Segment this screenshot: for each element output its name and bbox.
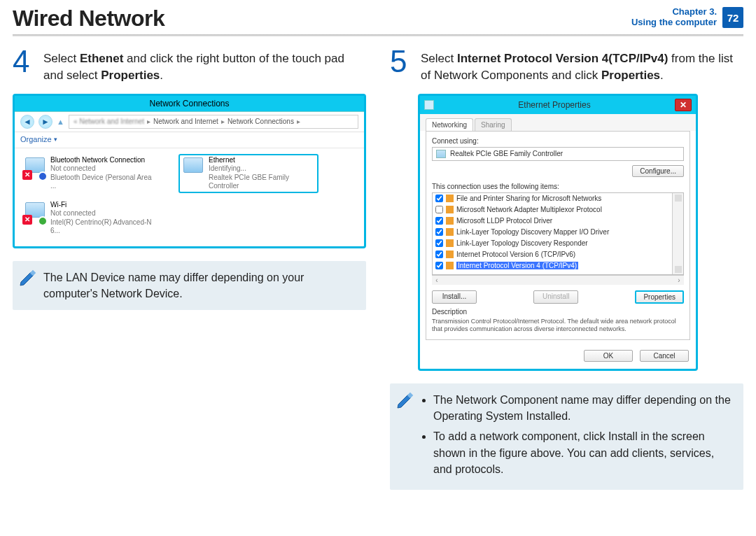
scroll-right-icon[interactable]: ›	[674, 276, 684, 284]
tab-networking[interactable]: Networking	[426, 118, 473, 131]
component-row[interactable]: Microsoft LLDP Protocol Driver	[433, 216, 672, 227]
connection-device: Bluetooth Device (Personal Area ...	[50, 174, 158, 191]
organize-menu[interactable]: Organize	[20, 135, 57, 143]
up-icon[interactable]: ▲	[57, 118, 64, 126]
scroll-left-icon[interactable]: ‹	[432, 276, 442, 284]
note-right-bullet-1: The Network Component name may differ de…	[433, 392, 734, 424]
ep-tabs: Networking Sharing	[420, 114, 696, 131]
crumb-2[interactable]: Network and Internet	[153, 118, 218, 125]
components-listbox[interactable]: File and Printer Sharing for Microsoft N…	[432, 192, 684, 275]
note-icon	[396, 390, 415, 410]
component-label: Microsoft LLDP Protocol Driver	[456, 217, 552, 225]
connection-icon	[181, 156, 204, 180]
step-4-number: 4	[13, 48, 36, 84]
network-connections-window: Network Connections ◄ ► ▲ « Network and …	[13, 94, 366, 248]
connection-item[interactable]: ✕Bluetooth Network ConnectionNot connect…	[20, 154, 160, 193]
crumb-blurred: « Network and Internet	[74, 118, 144, 125]
ep-app-icon	[424, 100, 434, 110]
step-5-number: 5	[390, 48, 414, 84]
connection-name: Wi-Fi	[50, 201, 158, 210]
adapter-name: Realtek PCIe GBE Family Controller	[450, 150, 563, 157]
component-icon	[446, 195, 454, 202]
component-row[interactable]: Internet Protocol Version 6 (TCP/IPv6)	[433, 249, 672, 260]
note-left: The LAN Device name may differ depending…	[13, 261, 366, 310]
connection-icon: ✕	[22, 201, 46, 225]
cancel-button[interactable]: Cancel	[640, 350, 689, 362]
breadcrumb[interactable]: « Network and Internet ▸ Network and Int…	[69, 115, 358, 129]
configure-button[interactable]: Configure...	[632, 165, 684, 177]
nc-toolbar2: Organize	[15, 132, 364, 148]
component-label: Link-Layer Topology Discovery Responder	[456, 239, 588, 247]
component-icon	[446, 206, 454, 213]
component-checkbox[interactable]	[435, 228, 443, 236]
tab-sharing[interactable]: Sharing	[475, 118, 511, 131]
uninstall-button: Uninstall	[533, 290, 578, 304]
component-row[interactable]: File and Printer Sharing for Microsoft N…	[433, 193, 672, 204]
component-icon	[446, 217, 454, 225]
component-row[interactable]: Link-Layer Topology Discovery Responder	[433, 238, 672, 249]
connection-icon: ✕	[22, 156, 46, 180]
connection-status: Not connected	[50, 209, 158, 218]
vertical-scrollbar[interactable]	[672, 193, 683, 274]
bluetooth-icon	[38, 171, 48, 181]
connection-status: Identifying...	[209, 164, 316, 174]
connection-name: Ethernet	[209, 156, 316, 165]
back-button[interactable]: ◄	[20, 115, 34, 129]
wifi-icon	[38, 216, 48, 226]
component-label: Microsoft Network Adapter Multiplexor Pr…	[456, 206, 602, 213]
left-column: 4 Select Ethenet and click the right but…	[13, 48, 366, 490]
nc-titlebar: Network Connections	[15, 96, 364, 112]
page-title: Wired Network	[13, 6, 631, 31]
component-checkbox[interactable]	[435, 206, 443, 213]
component-row[interactable]: Link-Layer Topology Discovery Mapper I/O…	[433, 227, 672, 238]
component-checkbox[interactable]	[435, 217, 443, 225]
component-checkbox[interactable]	[435, 262, 443, 269]
connection-status: Not connected	[50, 164, 158, 174]
header-right: Chapter 3. Using the computer 72	[631, 7, 743, 28]
nic-icon	[436, 150, 446, 158]
component-icon	[446, 262, 454, 269]
component-checkbox[interactable]	[435, 239, 443, 247]
note-right: The Network Component name may differ de…	[390, 383, 743, 490]
properties-button[interactable]: Properties	[635, 290, 684, 304]
close-button[interactable]: ✕	[675, 99, 692, 111]
connect-using-label: Connect using:	[432, 137, 684, 145]
step-4-text: Select Ethenet and click the right butto…	[43, 48, 366, 84]
component-checkbox[interactable]	[435, 195, 443, 202]
page-header: Wired Network Chapter 3. Using the compu…	[0, 0, 756, 33]
crumb-3[interactable]: Network Connections	[227, 118, 294, 125]
right-column: 5 Select Internet Protocol Version 4(TCP…	[390, 48, 743, 490]
horizontal-scrollbar[interactable]: ‹›	[432, 275, 684, 285]
component-icon	[446, 228, 454, 236]
component-checkbox[interactable]	[435, 251, 443, 258]
ep-body: Connect using: Realtek PCIe GBE Family C…	[426, 131, 690, 340]
component-icon	[446, 239, 454, 247]
install-button[interactable]: Install...	[432, 290, 477, 304]
step-5: 5 Select Internet Protocol Version 4(TCP…	[390, 48, 743, 84]
ethernet-properties-dialog: Ethernet Properties ✕ Networking Sharing…	[418, 94, 698, 371]
ok-button[interactable]: OK	[584, 350, 633, 362]
component-label: File and Printer Sharing for Microsoft N…	[456, 195, 601, 202]
ep-titlebar: Ethernet Properties ✕	[420, 96, 696, 114]
component-icon	[446, 251, 454, 258]
component-label: Link-Layer Topology Discovery Mapper I/O…	[456, 228, 609, 236]
note-icon	[18, 268, 38, 288]
nc-body: ✕Bluetooth Network ConnectionNot connect…	[15, 148, 364, 246]
component-row[interactable]: Internet Protocol Version 4 (TCP/IPv4)	[433, 260, 672, 271]
connection-device: Intel(R) Centrino(R) Advanced-N 6...	[50, 218, 158, 236]
forward-button[interactable]: ►	[38, 115, 52, 129]
connection-item[interactable]: EthernetIdentifying...Realtek PCIe GBE F…	[178, 154, 318, 193]
step-5-text: Select Internet Protocol Version 4(TCP/I…	[421, 48, 743, 84]
component-label: Internet Protocol Version 6 (TCP/IPv6)	[456, 251, 575, 258]
step-4: 4 Select Ethenet and click the right but…	[13, 48, 366, 84]
ep-footer: OK Cancel	[420, 346, 696, 369]
component-row[interactable]: Microsoft Network Adapter Multiplexor Pr…	[433, 204, 672, 216]
connection-item[interactable]: ✕Wi-FiNot connectedIntel(R) Centrino(R) …	[20, 199, 160, 238]
adapter-field: Realtek PCIe GBE Family Controller	[432, 147, 684, 161]
note-left-text: The LAN Device name may differ depending…	[43, 271, 304, 299]
description-text: Transmission Control Protocol/Internet P…	[432, 318, 684, 334]
disabled-x-icon: ✕	[22, 170, 32, 180]
chapter-label: Chapter 3. Using the computer	[631, 7, 717, 28]
connection-device: Realtek PCIe GBE Family Controller	[209, 174, 316, 191]
disabled-x-icon: ✕	[22, 215, 32, 225]
